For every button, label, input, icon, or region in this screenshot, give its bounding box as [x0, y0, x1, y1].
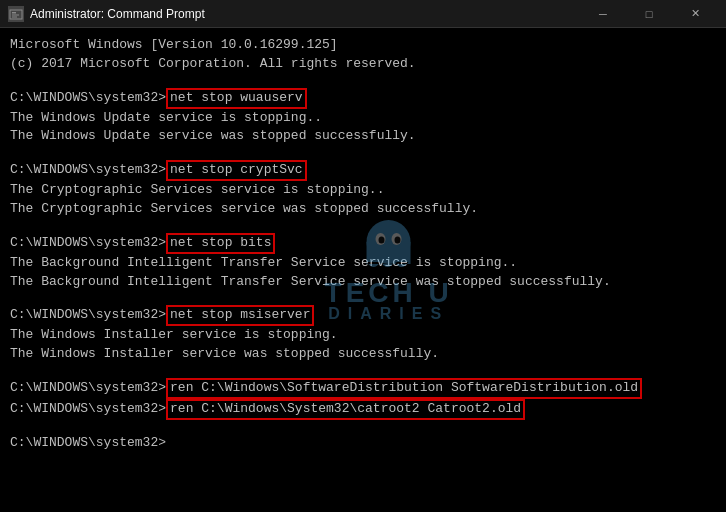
maximize-button[interactable]: □	[626, 0, 672, 28]
cmd-cryptsvc: C:\WINDOWS\system32>net stop cryptSvc	[10, 160, 716, 181]
svg-rect-1	[12, 12, 16, 14]
final-prompt: C:\WINDOWS\system32>	[10, 434, 716, 453]
svg-rect-2	[12, 14, 19, 15]
titlebar-title: Administrator: Command Prompt	[30, 7, 205, 21]
close-button[interactable]: ✕	[672, 0, 718, 28]
msiserver-out-1: The Windows Installer service is stoppin…	[10, 326, 716, 345]
terminal-window: Microsoft Windows [Version 10.0.16299.12…	[0, 28, 726, 512]
prompt-6: C:\WINDOWS\system32>	[10, 400, 166, 419]
cmd-ren-1-text: ren C:\Windows\SoftwareDistribution Soft…	[166, 378, 642, 399]
cmd-msiserver-text: net stop msiserver	[166, 305, 314, 326]
cmd-ren-2: C:\WINDOWS\system32>ren C:\Windows\Syste…	[10, 399, 716, 420]
cmd-bits: C:\WINDOWS\system32>net stop bits	[10, 233, 716, 254]
app-icon	[8, 6, 24, 22]
cryptsvc-out-1: The Cryptographic Services service is st…	[10, 181, 716, 200]
titlebar: Administrator: Command Prompt ─ □ ✕	[0, 0, 726, 28]
wuauserv-out-1: The Windows Update service is stopping..	[10, 109, 716, 128]
prompt-3: C:\WINDOWS\system32>	[10, 234, 166, 253]
cmd-wuauserv: C:\WINDOWS\system32>net stop wuauserv	[10, 88, 716, 109]
cmd-wuauserv-text: net stop wuauserv	[166, 88, 307, 109]
cmd-ren-2-text: ren C:\Windows\System32\catroot2 Catroot…	[166, 399, 525, 420]
cmd-ren-1: C:\WINDOWS\system32>ren C:\Windows\Softw…	[10, 378, 716, 399]
bits-out-2: The Background Intelligent Transfer Serv…	[10, 273, 716, 292]
cmd-bits-text: net stop bits	[166, 233, 275, 254]
svg-rect-3	[12, 16, 17, 17]
msiserver-out-2: The Windows Installer service was stoppe…	[10, 345, 716, 364]
minimize-button[interactable]: ─	[580, 0, 626, 28]
prompt-1: C:\WINDOWS\system32>	[10, 89, 166, 108]
cmd-msiserver: C:\WINDOWS\system32>net stop msiserver	[10, 305, 716, 326]
window-controls: ─ □ ✕	[580, 0, 718, 28]
header-line-2: (c) 2017 Microsoft Corporation. All righ…	[10, 55, 716, 74]
prompt-5: C:\WINDOWS\system32>	[10, 379, 166, 398]
cmd-cryptsvc-text: net stop cryptSvc	[166, 160, 307, 181]
header-line-1: Microsoft Windows [Version 10.0.16299.12…	[10, 36, 716, 55]
prompt-2: C:\WINDOWS\system32>	[10, 161, 166, 180]
cryptsvc-out-2: The Cryptographic Services service was s…	[10, 200, 716, 219]
bits-out-1: The Background Intelligent Transfer Serv…	[10, 254, 716, 273]
prompt-4: C:\WINDOWS\system32>	[10, 306, 166, 325]
wuauserv-out-2: The Windows Update service was stopped s…	[10, 127, 716, 146]
